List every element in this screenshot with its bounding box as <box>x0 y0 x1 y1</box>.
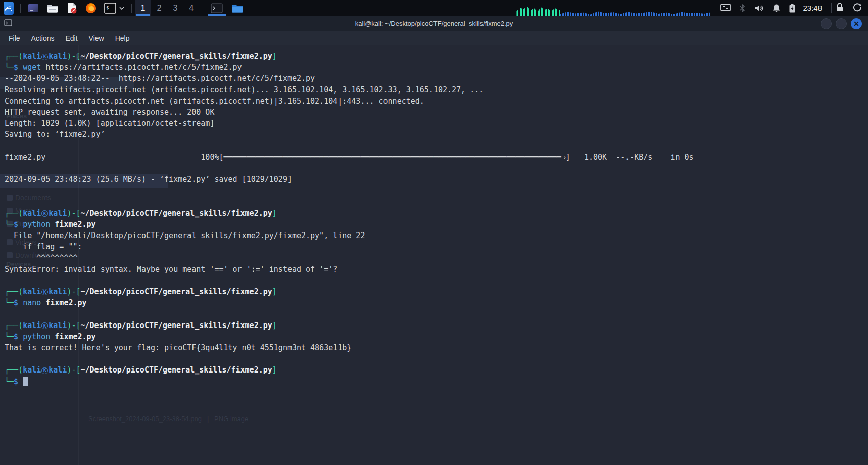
kali-at-symbol: K <box>41 210 48 217</box>
menu-edit[interactable]: Edit <box>60 33 83 44</box>
terminal-line <box>5 186 868 197</box>
terminal-line: HTTP request sent, awaiting response... … <box>5 108 868 119</box>
close-button[interactable]: ✕ <box>851 18 862 29</box>
kali-at-symbol: K <box>41 289 48 295</box>
svg-text:$_: $_ <box>106 5 112 10</box>
workspace-switcher: 1234 <box>135 0 200 16</box>
terminal-line: └─$ nano fixme2.py <box>5 298 868 309</box>
panel-separator <box>831 3 832 13</box>
titlebar[interactable]: kali@kali: ~/Desktop/picoCTF/general_ski… <box>0 16 868 31</box>
launcher-text-editor[interactable] <box>62 0 81 16</box>
terminal-line <box>5 276 868 287</box>
terminal-line: └─$ wget https://artifacts.picoctf.net/c… <box>5 63 868 74</box>
network-display-icon[interactable] <box>720 4 731 12</box>
launcher-file-manager[interactable] <box>43 0 62 16</box>
panel-separator <box>20 4 21 13</box>
menu-help[interactable]: Help <box>110 33 135 44</box>
menu-view[interactable]: View <box>83 33 110 44</box>
minimize-button[interactable] <box>821 18 832 29</box>
terminal-line: └─$ python fixme2.py <box>5 332 868 343</box>
workspace-button-3[interactable]: 3 <box>167 0 183 16</box>
terminal-line: ┌──(kaliKkali)-[~/Desktop/picoCTF/genera… <box>5 365 868 377</box>
terminal-output: ┌──(kaliKkali)-[~/Desktop/picoCTF/genera… <box>0 45 868 388</box>
chevron-down-icon <box>119 6 125 10</box>
network-graph[interactable] <box>560 11 711 16</box>
kali-at-symbol: K <box>41 322 48 329</box>
terminal-line <box>5 164 868 175</box>
terminal-line: SyntaxError: invalid syntax. Maybe you m… <box>5 265 868 276</box>
terminal-line: Connecting to artifacts.picoctf.net (art… <box>5 97 868 108</box>
terminal-line: └─$ python fixme2.py <box>5 220 868 231</box>
terminal-line: ┌──(kaliKkali)-[~/Desktop/picoCTF/genera… <box>5 52 868 63</box>
terminal-line: ^^^^^^^^^ <box>5 253 868 264</box>
maximize-button[interactable] <box>836 18 847 29</box>
terminal-line <box>5 197 868 208</box>
kali-logo-icon <box>4 2 14 15</box>
window-title: kali@kali: ~/Desktop/picoCTF/general_ski… <box>0 20 868 27</box>
ghost-statusbar: Screenshot_2024-09-05_23-38-54.png | PNG… <box>88 415 248 423</box>
lock-icon[interactable] <box>836 3 844 14</box>
terminal-line: That is correct! Here's your flag: picoC… <box>5 343 868 354</box>
kali-at-symbol: K <box>41 367 48 374</box>
workspace-button-2[interactable]: 2 <box>151 0 167 16</box>
terminal-line: ┌──(kaliKkali)-[~/Desktop/picoCTF/genera… <box>5 287 868 298</box>
bluetooth-icon[interactable] <box>739 4 746 13</box>
workspace-button-4[interactable]: 4 <box>183 0 200 16</box>
terminal-line <box>5 354 868 365</box>
cpu-graph[interactable] <box>516 6 560 16</box>
clock[interactable]: 23:48 <box>803 4 822 12</box>
taskbar-terminal-window[interactable] <box>206 0 227 16</box>
volume-icon[interactable] <box>754 4 764 13</box>
menu-actions[interactable]: Actions <box>26 33 60 44</box>
kali-menu-button[interactable] <box>0 0 17 16</box>
terminal-window: kali@kali: ~/Desktop/picoCTF/general_ski… <box>0 16 868 465</box>
panel-separator <box>131 4 132 13</box>
terminal-line <box>5 309 868 320</box>
menubar: FileActionsEditViewHelp <box>0 31 868 45</box>
terminal-line: 2024-09-05 23:48:23 (25.6 MB/s) - ‘fixme… <box>5 175 868 186</box>
terminal-content-area[interactable]: Go Bookmarks Help ← → ↑ ⌂ kali Pictures … <box>0 45 868 465</box>
terminal-cursor <box>23 377 28 386</box>
terminal-line: └─$ <box>5 377 868 388</box>
terminal-line: if flag = "": <box>5 242 868 253</box>
panel-separator <box>203 4 203 13</box>
terminal-line: --2024-09-05 23:48:22-- https://artifact… <box>5 74 868 85</box>
workspace-button-1[interactable]: 1 <box>135 0 151 16</box>
terminal-line: ┌──(kaliKkali)-[~/Desktop/picoCTF/genera… <box>5 321 868 332</box>
terminal-line: Resolving artifacts.picoctf.net (artifac… <box>5 85 868 97</box>
battery-icon[interactable] <box>789 4 796 13</box>
power-icon[interactable] <box>853 3 862 14</box>
terminal-line: File "/home/kali/Desktop/picoCTF/general… <box>5 231 868 242</box>
terminal-line: ┌──(kaliKkali)-[~/Desktop/picoCTF/genera… <box>5 209 868 220</box>
launcher-firefox[interactable] <box>81 0 101 16</box>
terminal-line: Saving to: ‘fixme2.py’ <box>5 130 868 141</box>
top-panel: $_ 1234 <box>0 0 868 16</box>
bell-icon[interactable] <box>772 4 781 13</box>
taskbar-files-window[interactable] <box>227 0 248 16</box>
launcher-window-switcher[interactable] <box>24 0 43 16</box>
kali-at-symbol: K <box>41 54 48 60</box>
menu-file[interactable]: File <box>3 33 26 44</box>
terminal-line <box>5 142 868 153</box>
terminal-line: Length: 1029 (1.0K) [application/octet-s… <box>5 119 868 130</box>
terminal-line: fixme2.py 100%[═════════════════════════… <box>5 153 868 164</box>
launcher-terminal[interactable]: $_ <box>101 0 128 16</box>
